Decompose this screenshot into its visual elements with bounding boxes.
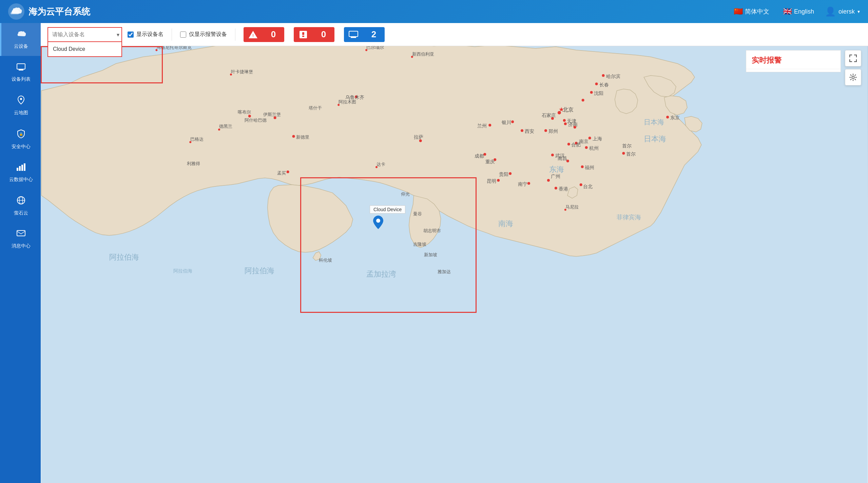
svg-text:阿拉伯海: 阿拉伯海 — [173, 268, 192, 274]
svg-text:伊斯兰堡: 伊斯兰堡 — [263, 112, 281, 117]
svg-point-81 — [419, 139, 422, 142]
svg-text:南昌: 南昌 — [558, 156, 567, 161]
svg-text:拉萨: 拉萨 — [414, 134, 423, 140]
svg-point-63 — [602, 74, 605, 77]
show-alarm-only-checkbox[interactable] — [180, 32, 186, 38]
settings-btn[interactable] — [845, 69, 861, 85]
sidebar-item-cloud-map[interactable]: 云地图 — [0, 89, 41, 122]
cloud-device-icon — [16, 30, 26, 40]
svg-point-108 — [218, 128, 220, 130]
device-list-icon — [17, 63, 25, 73]
svg-text:石家庄: 石家庄 — [542, 113, 556, 118]
svg-point-51 — [527, 182, 530, 185]
svg-point-110 — [189, 141, 191, 143]
logo-icon — [8, 3, 24, 20]
warning-count: 0 — [263, 27, 284, 42]
sidebar-item-device-list[interactable]: 设备列表 — [0, 56, 41, 89]
svg-text:阿拉伯海: 阿拉伯海 — [245, 266, 274, 275]
svg-text:🔒: 🔒 — [19, 132, 23, 136]
svg-point-133 — [376, 219, 380, 223]
svg-text:阿什哈巴德: 阿什哈巴德 — [245, 118, 267, 123]
svg-rect-8 — [24, 163, 25, 171]
svg-text:曼谷: 曼谷 — [413, 211, 422, 216]
device-search-input[interactable] — [47, 27, 122, 42]
svg-text:台北: 台北 — [583, 184, 593, 189]
svg-point-79 — [287, 170, 289, 173]
main-content: 日本海 东海 南海 阿拉伯海 阿拉伯海 孟加拉湾 北京 ★ 天津 上海 — [41, 23, 868, 483]
svg-point-59 — [488, 124, 491, 126]
svg-point-83 — [622, 152, 625, 155]
sidebar-item-security[interactable]: 🔒 安全中心 — [0, 123, 41, 156]
svg-rect-7 — [21, 165, 23, 171]
svg-point-95 — [155, 49, 157, 51]
svg-text:阿拉木图: 阿拉木图 — [339, 99, 356, 104]
svg-text:首尔: 首尔 — [622, 143, 632, 148]
sidebar-item-edge-cloud[interactable]: 萤石云 — [0, 189, 41, 223]
header: 海为云平台系统 🇨🇳 简体中文 🇬🇧 English 👤 oiersk ▾ — [0, 0, 868, 23]
svg-text:首尔: 首尔 — [626, 151, 636, 157]
svg-text:马尼拉: 马尼拉 — [565, 204, 579, 209]
online-badge: 2 — [344, 27, 385, 42]
sidebar-label-message: 消息中心 — [12, 243, 31, 249]
svg-text:东京: 东京 — [670, 115, 680, 120]
show-device-name-checkbox[interactable] — [128, 32, 134, 38]
svg-text:日本海: 日本海 — [644, 135, 666, 143]
svg-text:南海: 南海 — [498, 219, 513, 228]
svg-point-88 — [574, 126, 576, 128]
cloud-device-pin[interactable]: Cloud Device — [373, 216, 383, 230]
zh-flag: 🇨🇳 — [734, 7, 743, 16]
logo-area: 海为云平台系统 — [8, 3, 90, 20]
fullscreen-btn[interactable] — [845, 50, 861, 66]
svg-text:昆明: 昆明 — [487, 178, 496, 184]
svg-point-71 — [564, 122, 567, 125]
security-icon: 🔒 — [17, 129, 25, 141]
sidebar-item-cloud-device[interactable]: 云设备 — [0, 23, 41, 56]
svg-text:合肥: 合肥 — [571, 142, 581, 147]
search-dropdown-arrow[interactable]: ▾ — [117, 31, 119, 38]
username: oiersk — [838, 8, 855, 15]
svg-text:银川: 银川 — [501, 120, 511, 125]
user-icon: 👤 — [825, 6, 836, 17]
svg-text:杭州: 杭州 — [589, 145, 599, 151]
svg-text:贵阳: 贵阳 — [499, 172, 508, 177]
svg-text:香港: 香港 — [559, 186, 568, 192]
header-right: 🇨🇳 简体中文 🇬🇧 English 👤 oiersk ▾ — [731, 6, 860, 17]
sidebar-label-cloud-map: 云地图 — [14, 109, 28, 116]
show-alarm-only-checkbox-label[interactable]: 仅显示报警设备 — [180, 31, 227, 38]
sidebar-item-cloud-data[interactable]: 云数据中心 — [0, 156, 41, 189]
svg-text:广州: 广州 — [551, 174, 560, 179]
svg-text:胡志明市: 胡志明市 — [423, 228, 441, 233]
en-flag: 🇬🇧 — [783, 7, 792, 16]
svg-rect-12 — [17, 230, 25, 236]
svg-point-77 — [292, 135, 295, 138]
user-menu-btn[interactable]: 👤 oiersk ▾ — [825, 6, 860, 17]
svg-rect-6 — [19, 166, 21, 171]
svg-text:福州: 福州 — [585, 165, 594, 170]
error-badge: 0 — [294, 27, 334, 42]
show-device-name-label: 显示设备名 — [136, 31, 163, 38]
lang-en-btn[interactable]: 🇬🇧 English — [780, 6, 817, 17]
svg-text:哈尔滨: 哈尔滨 — [606, 74, 620, 79]
svg-point-65 — [595, 83, 598, 85]
device-search-wrapper: ▾ Cloud Device — [47, 27, 122, 42]
svg-text:仰光: 仰光 — [401, 192, 410, 197]
show-device-name-checkbox-label[interactable]: 显示设备名 — [128, 31, 163, 38]
online-icon-box — [344, 27, 363, 42]
sidebar-item-message[interactable]: 消息中心 — [0, 223, 41, 256]
svg-text:新德里: 新德里 — [296, 135, 309, 140]
svg-point-53 — [497, 179, 500, 182]
svg-point-67 — [590, 91, 593, 94]
cloud-data-icon — [16, 163, 26, 174]
svg-point-37 — [544, 129, 547, 132]
svg-rect-126 — [302, 32, 304, 35]
sidebar-label-security: 安全中心 — [12, 143, 31, 149]
svg-point-35 — [521, 129, 523, 132]
svg-point-104 — [337, 104, 340, 106]
svg-text:新西伯利亚: 新西伯利亚 — [412, 52, 434, 57]
svg-rect-0 — [17, 64, 25, 69]
error-count: 0 — [313, 27, 334, 42]
dropdown-item-cloud-device[interactable]: Cloud Device — [48, 42, 121, 56]
lang-zh-btn[interactable]: 🇨🇳 简体中文 — [731, 6, 772, 17]
svg-text:济南: 济南 — [568, 122, 578, 127]
svg-point-27 — [551, 154, 554, 156]
